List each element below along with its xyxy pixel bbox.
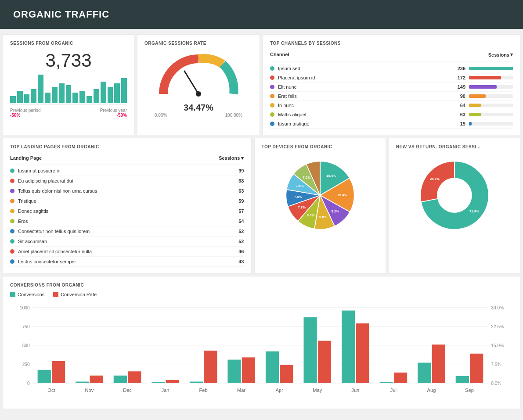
devices-card: TOP DEVICES FROM ORGANIC 15.4%15.4%9.2%9…	[254, 138, 386, 273]
conversions-chart-wrap: 00.0%2507.5%50015.0%75022.5%100030.0%Oct…	[10, 302, 513, 402]
landing-row: Eros 54	[10, 216, 244, 226]
sessions-value: 3,733	[10, 50, 127, 71]
svg-text:22.5%: 22.5%	[491, 324, 504, 329]
sessions-bar-chart	[10, 74, 127, 104]
svg-rect-40	[190, 381, 203, 383]
col-channel: Channel	[270, 52, 289, 57]
legend-item: Conversions	[10, 292, 44, 297]
sessions-title: SESSIONS FROM ORGANIC	[10, 41, 127, 46]
svg-rect-35	[128, 371, 141, 383]
channel-row: Ipsum sed 236	[270, 64, 513, 73]
svg-text:7.0%: 7.0%	[303, 176, 310, 179]
svg-text:15.0%: 15.0%	[491, 343, 504, 348]
svg-rect-52	[342, 311, 355, 383]
svg-text:Jun: Jun	[351, 388, 359, 393]
col-page: Landing Page	[10, 155, 42, 161]
svg-text:9.2%: 9.2%	[331, 209, 339, 213]
svg-rect-62	[470, 354, 483, 383]
svg-text:Apr: Apr	[276, 388, 284, 393]
svg-rect-28	[38, 370, 51, 383]
period-label: Previous period	[10, 108, 40, 113]
svg-text:750: 750	[22, 324, 30, 329]
svg-text:Jan: Jan	[162, 388, 170, 393]
svg-text:7.5%: 7.5%	[491, 362, 501, 367]
svg-text:7.5%: 7.5%	[294, 195, 302, 199]
channel-row: Mattis aliquet 63	[270, 110, 513, 119]
svg-text:Aug: Aug	[427, 388, 436, 393]
svg-text:1000: 1000	[20, 305, 30, 310]
svg-rect-53	[356, 323, 369, 383]
landing-row: Lectus consectetur semper 43	[10, 257, 244, 267]
channels-header: Channel Sessions ▾	[270, 50, 513, 61]
gauge-min: 0.00%	[155, 113, 167, 118]
newreturn-pie: 71.9%28.1%	[413, 154, 496, 237]
svg-text:Nov: Nov	[85, 388, 94, 393]
gauge-container: 34.47% 0.00% 100.00%	[144, 50, 252, 118]
conversions-title: CONVERSIONS FROM ORGANIC	[10, 283, 513, 287]
svg-rect-49	[303, 317, 317, 383]
header: ORGANIC TRAFFIC	[0, 0, 523, 29]
svg-text:500: 500	[22, 343, 30, 348]
landing-row: Amet placerat sit consectetur nulla 46	[10, 247, 244, 257]
landing-row: Eu adipiscing placerat dui 68	[10, 176, 244, 186]
svg-rect-32	[90, 376, 103, 383]
channel-row: Ipsum tristique 15	[270, 119, 513, 129]
gauge-svg	[155, 50, 242, 103]
conversions-legend: ConversionsConversion Rate	[10, 292, 513, 297]
svg-rect-34	[114, 376, 127, 383]
devices-pie: 15.4%15.4%9.2%9.0%8.0%7.8%7.5%7.5%7.0%	[278, 154, 362, 237]
svg-text:7.8%: 7.8%	[298, 205, 306, 209]
svg-rect-44	[242, 357, 255, 383]
svg-text:Jul: Jul	[390, 388, 397, 393]
channels-title: TOP CHANNELS BY SESSIONS	[270, 41, 513, 46]
landing-title: TOP LANDING PAGES FROM ORGANIC	[10, 144, 244, 149]
col-sessions-sort[interactable]: Sessions ▾	[488, 52, 513, 57]
svg-text:Sep: Sep	[465, 388, 474, 393]
svg-rect-61	[456, 376, 469, 383]
year-label: Previous year	[100, 108, 127, 113]
gauge-title: ORGANIC SESSIONS RATE	[144, 41, 252, 46]
gauge-value: 34.47%	[184, 103, 213, 113]
svg-text:8.0%: 8.0%	[307, 213, 314, 217]
svg-text:7.5%: 7.5%	[296, 184, 304, 188]
devices-title: TOP DEVICES FROM ORGANIC	[262, 144, 379, 149]
landing-row: Ipsum ut posuere in 99	[10, 166, 244, 176]
newreturn-title: NEW VS RETURN. ORGANIC SESSI...	[396, 144, 513, 149]
channel-row: Placerat ipsum id 172	[270, 73, 513, 83]
svg-point-1	[196, 91, 201, 97]
svg-line-0	[184, 71, 198, 94]
svg-rect-50	[318, 341, 331, 383]
year-change: -50%	[100, 113, 127, 118]
legend-item: Conversion Rate	[53, 292, 97, 297]
channel-row: Erat felis 90	[270, 92, 513, 101]
period-change: -50%	[10, 113, 40, 118]
svg-rect-43	[227, 360, 241, 383]
landing-row: Donec sagittis 57	[10, 206, 244, 216]
svg-rect-41	[204, 351, 217, 383]
landing-row: Consectetur non tellus quis lorem 52	[10, 226, 244, 237]
landing-row: Sit accumsan 52	[10, 237, 244, 247]
sessions-card: SESSIONS FROM ORGANIC 3,733 Previous per…	[3, 34, 134, 135]
svg-rect-55	[380, 382, 393, 383]
gauge-max: 100.00%	[225, 113, 242, 118]
conversions-card: CONVERSIONS FROM ORGANIC ConversionsConv…	[3, 276, 520, 409]
svg-text:Dec: Dec	[123, 388, 132, 393]
svg-text:250: 250	[22, 362, 30, 367]
landing-row: Tristique 59	[10, 196, 244, 206]
landing-card: TOP LANDING PAGES FROM ORGANIC Landing P…	[3, 138, 252, 273]
svg-rect-58	[418, 363, 431, 383]
page-title: ORGANIC TRAFFIC	[13, 9, 109, 20]
svg-rect-56	[394, 373, 407, 383]
channel-row: In nunc 64	[270, 101, 513, 110]
svg-text:0: 0	[27, 381, 30, 386]
channels-card: TOP CHANNELS BY SESSIONS Channel Session…	[263, 34, 520, 135]
svg-rect-38	[166, 380, 179, 383]
svg-text:15.4%: 15.4%	[337, 193, 347, 197]
svg-rect-37	[151, 382, 165, 383]
svg-text:30.0%: 30.0%	[491, 305, 504, 310]
svg-text:0.0%: 0.0%	[491, 381, 501, 386]
landing-header: Landing Page Sessions ▾	[10, 154, 244, 165]
svg-text:71.9%: 71.9%	[469, 209, 479, 213]
col-sessions-lp[interactable]: Sessions ▾	[219, 155, 244, 161]
channel-row: Elit nunc 149	[270, 83, 513, 92]
